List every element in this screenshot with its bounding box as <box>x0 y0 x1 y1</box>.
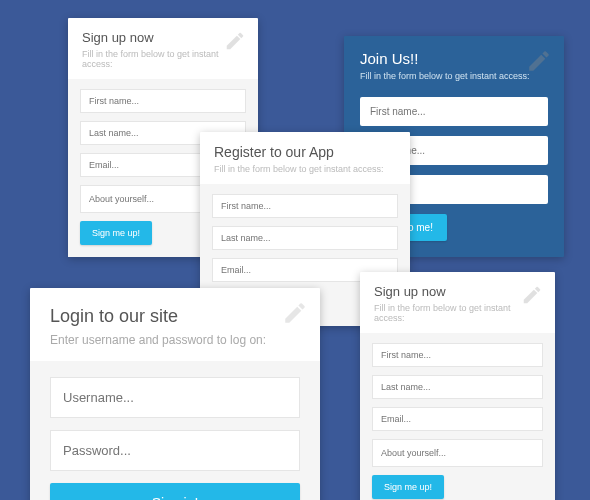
signin-button[interactable]: Sign in! <box>50 483 300 500</box>
card-subtitle: Fill in the form below to get instant ac… <box>360 71 548 81</box>
pencil-icon <box>282 300 308 326</box>
login-card: Login to our site Enter username and pas… <box>30 288 320 500</box>
card-subtitle: Fill in the form below to get instant ac… <box>82 49 244 69</box>
first-name-input[interactable] <box>360 97 548 126</box>
first-name-input[interactable] <box>212 194 398 218</box>
pencil-icon <box>521 284 543 306</box>
password-input[interactable] <box>50 430 300 471</box>
card-title: Register to our App <box>214 144 396 160</box>
card-header: Sign up now Fill in the form below to ge… <box>360 272 555 333</box>
email-input[interactable] <box>372 407 543 431</box>
first-name-input[interactable] <box>372 343 543 367</box>
card-body: Sign in! <box>30 361 320 500</box>
card-header: Sign up now Fill in the form below to ge… <box>68 18 258 79</box>
card-header: Join Us!! Fill in the form below to get … <box>344 36 564 91</box>
pencil-icon <box>526 48 552 74</box>
card-subtitle: Fill in the form below to get instant ac… <box>374 303 541 323</box>
card-title: Sign up now <box>82 30 244 45</box>
card-title: Join Us!! <box>360 50 548 67</box>
last-name-input[interactable] <box>212 226 398 250</box>
card-subtitle: Fill in the form below to get instant ac… <box>214 164 396 174</box>
card-header: Register to our App Fill in the form bel… <box>200 132 410 184</box>
card-header: Login to our site Enter username and pas… <box>30 288 320 361</box>
signup-button[interactable]: Sign me up! <box>372 475 444 499</box>
about-input[interactable] <box>372 439 543 467</box>
card-title: Login to our site <box>50 306 300 327</box>
card-body: Sign me up! <box>360 333 555 500</box>
first-name-input[interactable] <box>80 89 246 113</box>
card-subtitle: Enter username and password to log on: <box>50 333 300 347</box>
username-input[interactable] <box>50 377 300 418</box>
card-title: Sign up now <box>374 284 541 299</box>
last-name-input[interactable] <box>372 375 543 399</box>
signup-card-2: Sign up now Fill in the form below to ge… <box>360 272 555 500</box>
pencil-icon <box>224 30 246 52</box>
signup-button[interactable]: Sign me up! <box>80 221 152 245</box>
